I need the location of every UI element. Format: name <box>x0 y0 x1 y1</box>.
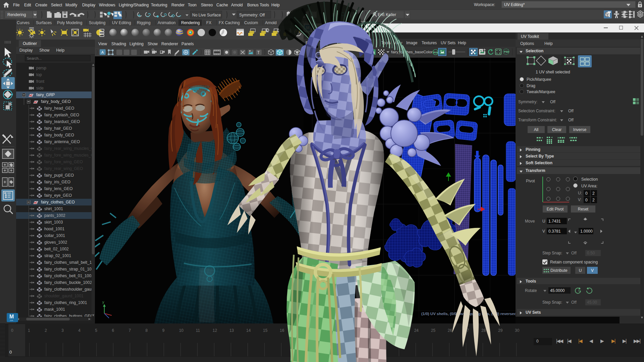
svg-text:y: y <box>102 300 104 304</box>
svg-text:A: A <box>101 50 104 54</box>
